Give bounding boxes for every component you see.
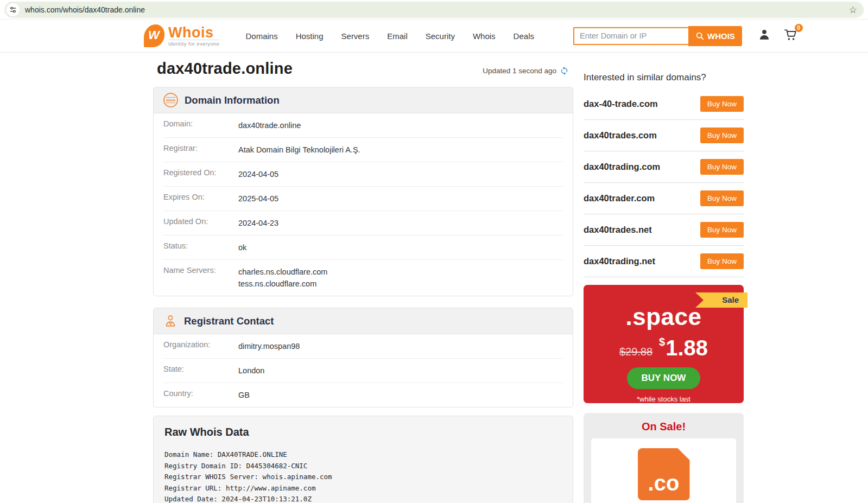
address-bar[interactable]: whois.com/whois/dax40trade.online ☆ (4, 2, 864, 18)
similar-domain-name: dax40trader.com (584, 193, 655, 203)
nav-deals[interactable]: Deals (514, 31, 534, 41)
info-row-registrar: Registrar: Atak Domain Bilgi Teknolojile… (163, 138, 563, 162)
tune-icon (9, 6, 17, 14)
person-icon (163, 314, 178, 328)
cart-count-badge: 0 (795, 24, 803, 32)
logo-name: Whois (168, 26, 219, 40)
info-row-country: Country: GB (163, 383, 563, 407)
nav-email[interactable]: Email (387, 31, 408, 41)
domain-information-title: Domain Information (185, 94, 280, 106)
name-server-1: charles.ns.cloudflare.com (238, 266, 327, 278)
url-text[interactable]: whois.com/whois/dax40trade.online (25, 5, 849, 14)
co-sale-card[interactable]: On Sale! .co CO @ $3.88 $23.88 (584, 413, 744, 503)
domain-search-input[interactable] (573, 27, 688, 45)
buy-now-button[interactable]: Buy Now (700, 128, 744, 143)
space-tld: .space (584, 285, 744, 330)
whois-result-column: dax40trade.online Updated 1 second ago w… (153, 60, 573, 503)
buy-now-button[interactable]: Buy Now (700, 222, 744, 238)
nav-servers[interactable]: Servers (341, 31, 370, 41)
info-row-state: State: London (163, 359, 563, 383)
similar-domain-row: dax40trades.net Buy Now (584, 214, 744, 246)
refresh-icon[interactable] (560, 66, 569, 75)
similar-domain-row: dax40trader.com Buy Now (584, 183, 744, 214)
info-row-name-servers: Name Servers: charles.ns.cloudflare.com … (163, 260, 563, 296)
buy-now-button[interactable]: Buy Now (700, 96, 744, 112)
space-stock-note: *while stocks last (584, 395, 744, 403)
site-header: W Whois Identity for everyone Domains Ho… (0, 20, 868, 53)
nav-security[interactable]: Security (426, 31, 455, 41)
site-settings-icon[interactable] (7, 3, 20, 16)
on-sale-heading: On Sale! (591, 418, 736, 438)
co-logo-icon: .co (638, 448, 690, 500)
similar-domains-sidebar: Interested in similar domains? dax-40-tr… (584, 72, 744, 503)
similar-domain-name: dax40trades.com (584, 130, 657, 141)
raw-whois-panel: Raw Whois Data Domain Name: DAX40TRADE.O… (153, 416, 573, 503)
similar-domains-heading: Interested in similar domains? (584, 72, 744, 88)
raw-whois-title: Raw Whois Data (154, 416, 573, 442)
similar-domain-name: dax40trades.net (584, 225, 652, 235)
info-row-organization: Organization: dimitry.mospan98 (163, 334, 563, 359)
whois-logo-icon: W (144, 24, 164, 47)
space-sale-card[interactable]: Sale .space $29.88 $1.88 BUY NOW *while … (584, 285, 744, 403)
nav-hosting[interactable]: Hosting (296, 31, 324, 41)
space-old-price: $29.88 (619, 346, 652, 358)
similar-domain-name: dax40trading.net (584, 256, 655, 266)
similar-domain-row: dax40trading.net Buy Now (584, 246, 744, 277)
search-icon (695, 31, 705, 41)
space-new-price: $1.88 (659, 336, 708, 360)
whois-logo[interactable]: W Whois Identity for everyone (144, 24, 219, 47)
info-row-expires-on: Expires On: 2025-04-05 (163, 187, 563, 211)
updated-status: Updated 1 second ago (483, 66, 569, 78)
buy-now-button[interactable]: Buy Now (700, 159, 744, 175)
raw-whois-text: Domain Name: DAX40TRADE.ONLINE Registry … (154, 442, 573, 503)
name-server-2: tess.ns.cloudflare.com (238, 278, 327, 290)
main-nav: Domains Hosting Servers Email Security W… (245, 31, 534, 41)
bookmark-star-icon[interactable]: ☆ (849, 5, 857, 15)
similar-domain-name: dax40trading.com (584, 162, 660, 172)
logo-tagline: Identity for everyone (168, 40, 219, 47)
info-row-registered-on: Registered On: 2024-04-05 (163, 162, 563, 187)
browser-toolbar: whois.com/whois/dax40trade.online ☆ (0, 0, 868, 20)
nav-domains[interactable]: Domains (245, 31, 277, 41)
similar-domain-row: dax-40-trade.com Buy Now (584, 88, 744, 120)
globe-www-icon: www (163, 93, 178, 107)
domain-information-panel: www Domain Information Domain: dax40trad… (153, 87, 573, 296)
whois-search-button[interactable]: WHOIS (688, 26, 742, 46)
info-row-status: Status: ok (163, 235, 563, 260)
info-row-updated-on: Updated On: 2024-04-23 (163, 211, 563, 235)
registrant-contact-panel: Registrant Contact Organization: dimitry… (153, 308, 573, 408)
nav-whois[interactable]: Whois (473, 31, 496, 41)
similar-domain-name: dax-40-trade.com (584, 99, 658, 109)
registrant-contact-title: Registrant Contact (184, 315, 274, 327)
similar-domain-row: dax40trading.com Buy Now (584, 151, 744, 183)
info-row-domain: Domain: dax40trade.online (163, 113, 563, 138)
buy-now-button[interactable]: Buy Now (700, 190, 744, 206)
page-title: dax40trade.online (157, 60, 293, 78)
space-buy-now-button[interactable]: BUY NOW (627, 367, 701, 389)
co-offer-inner: .co CO @ $3.88 $23.88 (591, 438, 736, 503)
domain-search: WHOIS (573, 26, 742, 46)
cart-icon[interactable]: 0 (783, 28, 799, 44)
similar-domain-row: dax40trades.com Buy Now (584, 120, 744, 151)
account-icon[interactable] (757, 28, 771, 44)
buy-now-button[interactable]: Buy Now (700, 253, 744, 269)
